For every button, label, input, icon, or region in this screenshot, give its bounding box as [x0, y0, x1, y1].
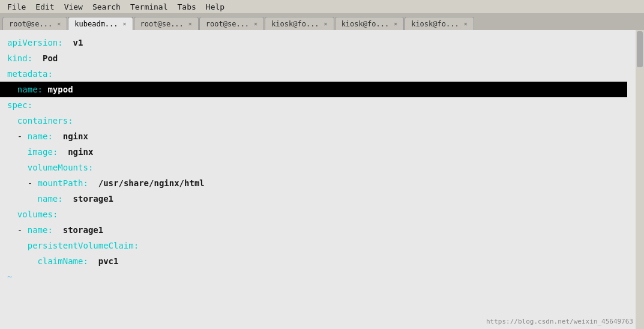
menu-help[interactable]: Help [201, 1, 229, 13]
line-12: volumes: [7, 207, 627, 222]
tab-5[interactable]: kiosk@fo... ✕ [265, 17, 334, 30]
watermark: https://blog.csdn.net/weixin_45649763 [486, 318, 633, 325]
tab-3[interactable]: root@se... ✕ [134, 17, 199, 30]
menu-search[interactable]: Search [88, 1, 125, 13]
line-11: name: storage1 [7, 191, 627, 207]
line-15: claimName: pvc1 [7, 253, 627, 269]
tab-7[interactable]: kiosk@fo... ✕ [405, 17, 474, 30]
line-3: metadata: [7, 66, 627, 82]
tab-4[interactable]: root@se... ✕ [199, 17, 264, 30]
menu-bar: File Edit View Search Terminal Tabs Help [0, 0, 644, 13]
tab-close-6[interactable]: ✕ [393, 20, 399, 27]
tab-1[interactable]: root@se... ✕ [2, 17, 67, 30]
line-13: - name: storage1 [7, 222, 627, 238]
tab-bar: root@se... ✕ kubeadm... ✕ root@se... ✕ r… [0, 13, 644, 30]
line-9: volumeMounts: [7, 160, 627, 175]
tab-close-7[interactable]: ✕ [463, 20, 469, 27]
line-1: apiVersion: v1 [7, 35, 627, 50]
line-10: - mountPath: /usr/share/nginx/html [7, 175, 627, 191]
scrollbar[interactable] [636, 30, 644, 329]
tab-close-5[interactable]: ✕ [323, 20, 329, 27]
tab-close-3[interactable]: ✕ [187, 20, 193, 27]
menu-view[interactable]: View [59, 1, 88, 13]
line-16: ~ [7, 269, 627, 285]
menu-tabs[interactable]: Tabs [173, 1, 201, 13]
line-14: persistentVolumeClaim: [7, 238, 627, 253]
tab-2[interactable]: kubeadm... ✕ [68, 17, 133, 30]
tab-close-2[interactable]: ✕ [122, 20, 128, 27]
code-content: apiVersion: v1 kind: Pod metadata: name:… [7, 35, 627, 285]
line-2: kind: Pod [7, 50, 627, 66]
tab-6[interactable]: kiosk@fo... ✕ [335, 17, 405, 30]
line-6: containers: [7, 113, 627, 128]
scroll-thumb[interactable] [637, 31, 643, 67]
menu-edit[interactable]: Edit [31, 1, 59, 13]
line-8: image: nginx [7, 144, 627, 160]
line-7: - name: nginx [7, 128, 627, 144]
menu-terminal[interactable]: Terminal [125, 1, 173, 13]
line-4-highlighted: name: mypod [0, 82, 627, 97]
menu-file[interactable]: File [2, 1, 31, 13]
tab-close-1[interactable]: ✕ [56, 20, 62, 27]
line-5: spec: [7, 97, 627, 113]
terminal-area[interactable]: apiVersion: v1 kind: Pod metadata: name:… [0, 30, 644, 329]
tab-close-4[interactable]: ✕ [253, 20, 259, 27]
